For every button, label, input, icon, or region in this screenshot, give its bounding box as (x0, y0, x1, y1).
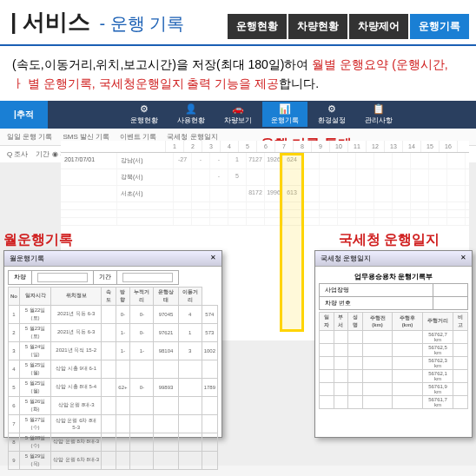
table-row: 56762,7 km (320, 330, 468, 343)
close-icon[interactable]: ✕ (460, 254, 466, 263)
vehicle-input[interactable] (37, 273, 88, 282)
description-text: (속도,이동거리,위치,보고시간)을 저장(최대 180일)하여 월별 운행요약… (0, 46, 476, 101)
callout-monthly: 월운행기록 (3, 231, 73, 249)
grid-row (61, 202, 469, 210)
workspace: |추적 ⚙운행현황👤사용현황🚗차량보기📊운행기록⚙환경설정📋관리사항 일일 운행… (0, 101, 476, 466)
nts-form: 사업장명 차량 번호 (319, 283, 468, 310)
table-row: 55 월25일(월)상암 시흥 8대 5-462+0-998931789 (9, 378, 218, 396)
table-row: 56762,1 km (320, 369, 468, 382)
table-row: 56762,3 km (320, 356, 468, 369)
highlight-column (280, 153, 304, 332)
popup-monthly-titlebar: 월운행기록✕ (4, 251, 221, 267)
page-title: | 서비스 (10, 7, 91, 37)
app-menu-item[interactable]: 👤사용현황 (169, 102, 214, 127)
app-menu-item[interactable]: 📊운행기록 (262, 102, 307, 127)
search-label: Q 조사 (7, 150, 28, 158)
callout-nts: 국세청 운행일지 (339, 231, 440, 249)
monthly-table: No일자시각위치정보속도방향누적거리운행상태이동거리 15 월22일(토)202… (8, 287, 218, 470)
nts-form-title: 업무용승용차 운행기록부 (319, 270, 468, 283)
popup-nts-titlebar: 국세청 운행일지✕ (315, 251, 472, 267)
top-tab-bar: 운행현황차량현황차량제어운행기록 (228, 14, 469, 39)
app-menu-item[interactable]: 🚗차량보기 (215, 102, 261, 127)
top-tab[interactable]: 차량제어 (349, 14, 408, 39)
top-tab[interactable]: 운행현황 (228, 14, 287, 39)
table-row: 56762,5 km (320, 343, 468, 356)
top-tab[interactable]: 운행기록 (410, 14, 469, 39)
popup-monthly-record[interactable]: 월운행기록✕ 차량 기간 No일자시각위치정보속도방향누적거리운행상태이동거리 … (3, 250, 222, 438)
menu-icon: 📋 (373, 103, 385, 115)
table-row: 65 월26일(화)상암 운행 8대-3 (9, 396, 218, 414)
table-row: 15 월22일(토)2021년 목동 6-30-0-970454574 (9, 305, 218, 323)
table-row: 95 월29일(목)상암 운행 6차 8대-3 (9, 451, 218, 469)
page-subtitle: - 운행 기록 (100, 12, 185, 36)
table-row: 85 월28일(수)상암 운행 8차 8대-3 (9, 433, 218, 451)
grid-row (61, 218, 469, 226)
menu-icon: 📊 (279, 103, 291, 115)
sub-tab[interactable]: 일일 운행 기록 (7, 132, 52, 142)
period-input[interactable] (122, 273, 173, 282)
app-menu-item[interactable]: ⚙운행현황 (122, 102, 167, 127)
table-row: 56761,7 km (320, 395, 468, 408)
app-menu-item[interactable]: ⚙환경설정 (309, 102, 354, 127)
menu-icon: ⚙ (327, 103, 336, 115)
table-row: 35 월24일(일)2021년 목적 15-21-1-9810431002 (9, 341, 218, 360)
top-tab[interactable]: 차량현황 (288, 14, 347, 39)
app-menu-bar: |추적 ⚙운행현황👤사용현황🚗차량보기📊운행기록⚙환경설정📋관리사항 (0, 101, 476, 129)
nts-table: 일자부서성명주행전(km)주행후(km)주행거리비고 56762,7 km567… (319, 312, 468, 409)
app-menu-left-label: |추적 (0, 101, 48, 129)
grid-row: 서초(서)81721996613 (61, 186, 469, 202)
menu-icon: 👤 (185, 103, 197, 115)
table-row: 56761,9 km (320, 382, 468, 395)
table-row: 45 월25일(월)상암 시흥 9대 6-1 (9, 360, 218, 378)
grid-row (61, 210, 469, 218)
menu-icon: ⚙ (140, 103, 149, 115)
grid-row: 2017/07/01강남(서)-27--171271926624 (61, 153, 469, 169)
table-row: 75 월27일(수)상암 운행 6차 8대 5-3 (9, 414, 218, 433)
table-row: 25 월23일(토)2021년 목동 6-31-0-976211573 (9, 323, 218, 341)
app-menu-item[interactable]: 📋관리사항 (356, 102, 401, 127)
popup-nts-log[interactable]: 국세청 운행일지✕ 업무용승용차 운행기록부 사업장명 차량 번호 일자부서성명… (314, 250, 473, 438)
page-header: | 서비스 - 운행 기록 운행현황차량현황차량제어운행기록 (0, 0, 476, 46)
menu-icon: 🚗 (232, 103, 244, 115)
grid-row: 강북(서)-5 (61, 169, 469, 186)
close-icon[interactable]: ✕ (210, 254, 216, 263)
monthly-form: 차량 기간 (8, 270, 179, 285)
